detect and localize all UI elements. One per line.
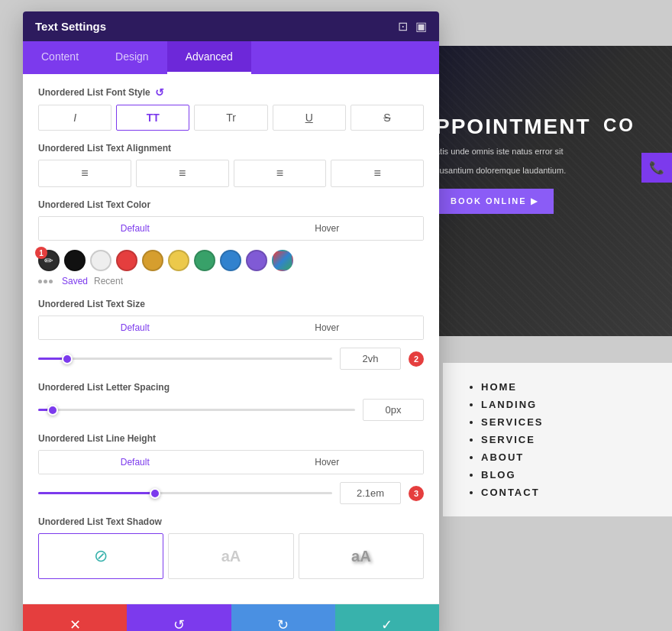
- color-tab-default[interactable]: Default: [39, 217, 231, 240]
- text-size-slider-row: 2: [38, 348, 424, 370]
- fullscreen-icon[interactable]: ⊡: [398, 19, 408, 34]
- co-text: CO: [603, 115, 635, 136]
- font-style-label: Unordered List Font Style ↺: [38, 86, 424, 99]
- tab-content[interactable]: Content: [23, 41, 97, 74]
- panel-title: Text Settings: [35, 20, 106, 33]
- font-style-reset-icon[interactable]: ↺: [155, 86, 164, 99]
- letter-spacing-label: Unordered List Letter Spacing: [38, 382, 424, 393]
- align-right-button[interactable]: ≡: [234, 160, 327, 187]
- badge-3: 3: [409, 486, 424, 501]
- text-settings-panel: Text Settings ⊡ ▣ Content Design Advance…: [23, 11, 439, 631]
- recent-label: Recent: [94, 276, 123, 286]
- nav-list-item: CONTACT: [481, 484, 649, 501]
- color-tab-hover[interactable]: Hover: [231, 217, 424, 240]
- letter-spacing-slider[interactable]: [38, 403, 355, 418]
- color-gradient[interactable]: [272, 250, 293, 271]
- panel-header: Text Settings ⊡ ▣: [23, 11, 439, 41]
- underline-button[interactable]: U: [273, 105, 346, 131]
- panel-tabs: Content Design Advanced: [23, 41, 439, 74]
- align-justify-button[interactable]: ≡: [331, 160, 424, 187]
- color-black[interactable]: [64, 250, 86, 271]
- book-online-button[interactable]: BOOK ONLINE: [435, 189, 554, 214]
- nav-list-item: ABOUT: [481, 448, 649, 466]
- hero-text: PPOINTMENT atis unde omnis iste natus er…: [435, 115, 591, 214]
- shadow-light-icon: aA: [221, 548, 241, 565]
- hero-subtitle-2: cusantium doloremque laudantium.: [435, 164, 591, 177]
- nav-list-item: BLOG: [481, 466, 649, 484]
- nav-list-item: SERVICES: [481, 413, 649, 431]
- saved-label: Saved: [62, 276, 88, 286]
- tab-advanced[interactable]: Advanced: [167, 41, 251, 74]
- color-picker-row: 1 ✏: [38, 250, 424, 271]
- line-height-label: Unordered List Line Height: [38, 433, 424, 444]
- redo-button[interactable]: ↻: [231, 604, 335, 631]
- more-colors-button[interactable]: [38, 280, 53, 283]
- confirm-button[interactable]: ✓: [335, 604, 439, 631]
- shadow-light-button[interactable]: aA: [168, 533, 293, 579]
- color-red[interactable]: [116, 250, 137, 271]
- line-height-slider[interactable]: [38, 486, 332, 501]
- nav-list-item: HOME: [481, 378, 649, 396]
- nav-list-item: LANDING: [481, 396, 649, 413]
- letter-spacing-slider-row: [38, 399, 424, 421]
- align-center-button[interactable]: ≡: [136, 160, 229, 187]
- hero-title: PPOINTMENT: [435, 115, 591, 139]
- tab-design[interactable]: Design: [97, 41, 167, 74]
- text-shadow-label: Unordered List Text Shadow: [38, 516, 424, 527]
- line-height-slider-row: 3: [38, 482, 424, 504]
- hero-subtitle-1: atis unde omnis iste natus error sit: [435, 145, 591, 158]
- shadow-dark-button[interactable]: aA: [299, 533, 424, 579]
- color-blue[interactable]: [220, 250, 241, 271]
- color-orange[interactable]: [142, 250, 163, 271]
- line-height-input[interactable]: [340, 482, 401, 504]
- text-size-slider[interactable]: [38, 351, 332, 367]
- align-left-button[interactable]: ≡: [38, 160, 131, 187]
- phone-icon-area: 📞: [641, 153, 672, 183]
- text-size-input[interactable]: [340, 348, 401, 370]
- nav-list-item: SERVICE: [481, 431, 649, 448]
- alignment-row: ≡ ≡ ≡ ≡: [38, 160, 424, 187]
- size-tabs: Default Hover: [38, 316, 424, 340]
- color-yellow[interactable]: [168, 250, 189, 271]
- phone-icon: 📞: [649, 161, 664, 174]
- badge-2: 2: [409, 351, 424, 367]
- hero-section: PPOINTMENT atis unde omnis iste natus er…: [428, 46, 672, 336]
- normal-button[interactable]: Tr: [194, 105, 267, 131]
- color-tabs: Default Hover: [38, 216, 424, 241]
- text-size-label: Unordered List Text Size: [38, 299, 424, 309]
- letter-spacing-input[interactable]: [363, 399, 424, 421]
- eyedropper-button[interactable]: 1 ✏: [38, 250, 60, 271]
- badge-1: 1: [35, 247, 47, 259]
- navigation-list: HOMELANDINGSERVICESSERVICEABOUTBLOGCONTA…: [466, 378, 649, 501]
- cancel-button[interactable]: ✕: [23, 604, 127, 631]
- color-footer-row: Saved Recent: [38, 276, 424, 286]
- shadow-options: ⊘ aA aA: [38, 533, 424, 579]
- shadow-dark-icon: aA: [351, 548, 371, 565]
- italic-button[interactable]: I: [38, 105, 111, 131]
- panel-header-icons: ⊡ ▣: [398, 19, 427, 34]
- undo-button[interactable]: ↺: [127, 604, 231, 631]
- size-tab-hover[interactable]: Hover: [231, 316, 424, 339]
- line-height-tabs: Default Hover: [38, 450, 424, 474]
- panel-content: Unordered List Font Style ↺ I TT Tr U S …: [23, 74, 439, 603]
- nav-list-area: HOMELANDINGSERVICESSERVICEABOUTBLOGCONTA…: [443, 363, 672, 516]
- text-alignment-label: Unordered List Text Alignment: [38, 143, 424, 154]
- bold-button[interactable]: TT: [116, 105, 189, 131]
- strikethrough-button[interactable]: S: [351, 105, 424, 131]
- panel-footer: ✕ ↺ ↻ ✓: [23, 603, 439, 631]
- line-height-tab-hover[interactable]: Hover: [231, 451, 424, 474]
- no-shadow-icon: ⊘: [94, 546, 108, 565]
- text-color-label: Unordered List Text Color: [38, 199, 424, 210]
- shadow-none-button[interactable]: ⊘: [38, 533, 163, 579]
- line-height-tab-default[interactable]: Default: [39, 451, 231, 474]
- split-icon[interactable]: ▣: [415, 19, 427, 34]
- size-tab-default[interactable]: Default: [39, 316, 231, 339]
- color-green[interactable]: [194, 250, 215, 271]
- font-style-row: I TT Tr U S: [38, 105, 424, 131]
- color-white[interactable]: [90, 250, 111, 271]
- color-purple[interactable]: [246, 250, 267, 271]
